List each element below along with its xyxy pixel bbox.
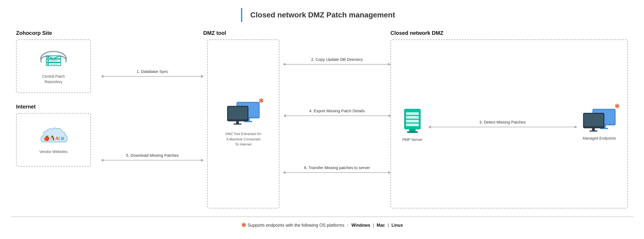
closed-network-label: Closed network DMZ [390,30,628,36]
svg-rect-26 [406,112,419,115]
arrow6-head [388,171,391,174]
zohocorp-label: Zohocorp Site [16,30,102,36]
arrow5-container: 5. Download Missing Patches [102,153,203,161]
footer-windows: Windows [351,223,370,228]
endpoints-star-badge: ✻ [615,103,619,110]
pmp-server-group: PMP Server [402,106,423,142]
central-patch-label-line1: Central Patch [42,74,65,79]
managed-endpoints-label: Managed Endpoints [583,136,616,140]
arrow6-label: 6. Transfer Missing patches to server [304,165,370,170]
svg-rect-39 [589,130,597,132]
arrow5-line [102,159,203,161]
dmz-box: ✻ [207,39,279,208]
central-patch-label: Central Patch Repository [42,74,65,84]
arrow4-dot [388,115,390,117]
dmz-star-badge: ✻ [259,98,263,104]
svg-text:🍎: 🍎 [44,135,50,141]
arrow1-container: 1. Database Sync [102,69,203,77]
central-patch-label-line2: Repository [45,80,63,84]
dmz-tool-line1: DMZ Tool Extracted On [225,132,262,136]
arrow6-container: 6. Transfer Missing patches to server [283,165,390,174]
middle-section: DMZ tool ✻ [203,30,283,208]
svg-rect-23 [236,121,239,124]
svg-rect-31 [407,131,418,133]
svg-rect-27 [406,116,419,119]
arrow4-label: 4. Export Missing Patch Details [309,109,365,113]
vendor-icon: 🍎 🐧 Ai ⊞ [39,126,68,147]
arrow2-shaft [286,64,390,65]
arrow3-container: 3. Detect Missing Patches [423,120,582,128]
arrow1-label: 1. Database Sync [137,69,168,74]
central-patch-box: Central Patch Repository [16,39,91,93]
svg-text:⊞: ⊞ [61,136,64,141]
arrow5-shaft [104,160,203,160]
main-container: Closed network DMZ Patch management Zoho… [0,0,644,239]
vendor-box: 🍎 🐧 Ai ⊞ Vendor Websites [16,113,91,167]
right-section: Closed network DMZ [390,30,628,208]
svg-rect-28 [406,120,419,122]
vendor-label: Vendor Websites [39,150,68,154]
footer-text: Supports endpoints with the following OS… [248,223,350,228]
svg-point-8 [47,60,49,62]
svg-point-7 [47,57,49,58]
arrow3-shaft [428,127,574,127]
arrow5-head [201,159,204,162]
svg-rect-22 [228,107,247,119]
arrow2-container: 2. Copy Update DB Directory [283,57,390,65]
arrow5-dot [102,159,104,161]
arrow4-line [283,115,390,117]
arrow1-line [102,75,203,77]
footer-linux: Linux [392,223,403,228]
left-mid-connectors: 1. Database Sync 5. Download Missing Pat… [102,30,203,208]
title-box: Closed network DMZ Patch management [241,8,403,22]
svg-rect-24 [233,124,241,125]
arrow2-line [283,63,390,65]
arrow3-label: 3. Detect Missing Patches [479,120,526,124]
arrow6-line [283,171,390,174]
arrow4-container: 4. Export Missing Patch Details [283,109,390,117]
svg-rect-29 [406,124,419,126]
arrow2-label: 2. Copy Update DB Directory [311,57,363,62]
pmp-server-icon [402,106,423,136]
svg-rect-30 [409,129,416,131]
internet-label: Internet [16,104,102,110]
title-section: Closed network DMZ Patch management [11,8,633,22]
page-title: Closed network DMZ Patch management [250,11,395,19]
svg-text:Ai: Ai [55,136,60,141]
footer-section: ✻ Supports endpoints with the following … [11,216,633,234]
dmz-computer-icon [226,101,261,128]
svg-point-9 [47,64,49,65]
arrow1-head [201,75,204,78]
footer-mac: Mac [377,223,385,228]
svg-text:🐧: 🐧 [49,135,56,141]
footer-star: ✻ [241,222,246,229]
arrow5-label: 5. Download Missing Patches [126,153,179,158]
arrow2-head [388,63,391,66]
arrow1-shaft [104,76,203,77]
arrow4-shaft [283,115,388,116]
arrow3-head [428,125,431,129]
mid-right-connectors: 2. Copy Update DB Directory 4. Export Mi… [283,30,390,208]
arrow2-dot [283,63,286,65]
dmz-label: DMZ tool [203,30,226,36]
footer-sep1: | [373,223,374,228]
managed-endpoints-group: ✻ Managed En [582,108,617,140]
right-box: PMP Server 3. Detect Missing Patches ✻ [390,39,628,208]
footer-sep2: | [388,223,389,228]
arrow3-line [428,126,577,128]
dmz-tool-icon-wrapper: ✻ [226,101,261,129]
pmp-server-label: PMP Server [402,137,422,142]
central-patch-icon [39,48,68,72]
svg-rect-38 [592,128,595,130]
dmz-tool-line3: To Internet [235,142,251,146]
arrow3-dot [574,126,577,128]
arrow4-head [283,114,286,117]
dmz-tool-line2: A Machine Connected [226,137,260,141]
svg-rect-37 [584,114,603,126]
arrow6-shaft [286,172,390,173]
arrow6-dot [283,171,286,174]
dmz-tool-label: DMZ Tool Extracted On A Machine Connecte… [225,131,262,147]
arrow1-dot [102,75,104,77]
left-section: Zohocorp Site [16,30,102,208]
managed-endpoints-icon [582,108,617,135]
